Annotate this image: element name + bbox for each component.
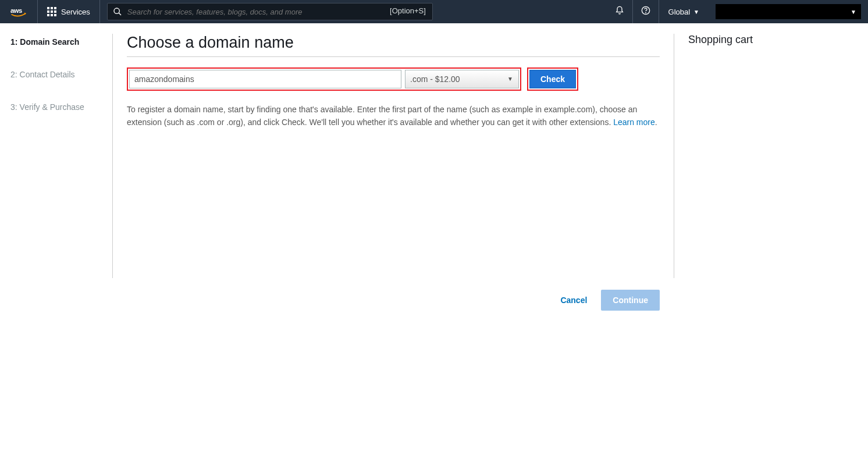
services-label: Services: [61, 8, 90, 16]
caret-down-icon: ▼: [851, 9, 856, 15]
top-nav: aws Services [Option+S]: [0, 0, 868, 23]
step-label: 1: Domain Search: [10, 37, 79, 47]
domain-search-row: .com - $12.00 ▼ Check: [127, 67, 660, 91]
check-button[interactable]: Check: [529, 70, 576, 88]
highlighted-input-group: .com - $12.00 ▼: [127, 67, 521, 91]
help-text: To register a domain name, start by find…: [127, 104, 660, 129]
aws-logo[interactable]: aws: [7, 0, 38, 23]
notifications-button[interactable]: [607, 0, 632, 23]
highlighted-check-button: Check: [527, 67, 578, 91]
step-domain-search[interactable]: 1: Domain Search: [10, 37, 112, 47]
continue-button[interactable]: Continue: [601, 290, 660, 311]
cancel-button[interactable]: Cancel: [560, 296, 587, 305]
steps-sidebar: 1: Domain Search 2: Contact Details 3: V…: [0, 34, 113, 278]
cart-title: Shopping cart: [688, 34, 840, 46]
help-button[interactable]: [632, 0, 659, 23]
help-text-body: To register a domain name, start by find…: [127, 105, 637, 127]
caret-down-icon: ▼: [693, 9, 699, 15]
svg-text:aws: aws: [10, 7, 22, 14]
search-input[interactable]: [107, 3, 433, 20]
help-text-period: .: [655, 118, 657, 127]
step-label: 2: Contact Details: [10, 70, 75, 79]
svg-line-2: [119, 13, 121, 15]
page-title: Choose a domain name: [127, 34, 660, 57]
help-icon: [641, 6, 650, 17]
svg-point-1: [114, 8, 119, 13]
main-content: Choose a domain name .com - $12.00 ▼ Che…: [113, 34, 674, 278]
domain-name-input[interactable]: [129, 70, 401, 88]
region-selector[interactable]: Global ▼: [659, 0, 709, 23]
tld-select[interactable]: .com - $12.00: [405, 70, 519, 88]
footer-actions: Cancel Continue: [0, 278, 674, 311]
nav-right: Global ▼ ▼: [607, 0, 861, 23]
step-contact-details[interactable]: 2: Contact Details: [10, 70, 112, 79]
svg-point-4: [645, 13, 646, 13]
search-container: [Option+S]: [107, 3, 433, 20]
search-icon: [113, 7, 122, 19]
shopping-cart-panel: Shopping cart: [674, 34, 854, 278]
account-menu[interactable]: ▼: [716, 4, 861, 19]
services-menu[interactable]: Services: [38, 0, 100, 23]
step-verify-purchase[interactable]: 3: Verify & Purchase: [10, 102, 112, 112]
bell-icon: [615, 6, 624, 17]
grid-icon: [47, 7, 56, 16]
page-body: 1: Domain Search 2: Contact Details 3: V…: [0, 23, 868, 278]
search-shortcut-hint: [Option+S]: [390, 6, 426, 15]
learn-more-link[interactable]: Learn more: [613, 118, 655, 127]
step-label: 3: Verify & Purchase: [10, 102, 84, 112]
region-label: Global: [668, 8, 691, 16]
